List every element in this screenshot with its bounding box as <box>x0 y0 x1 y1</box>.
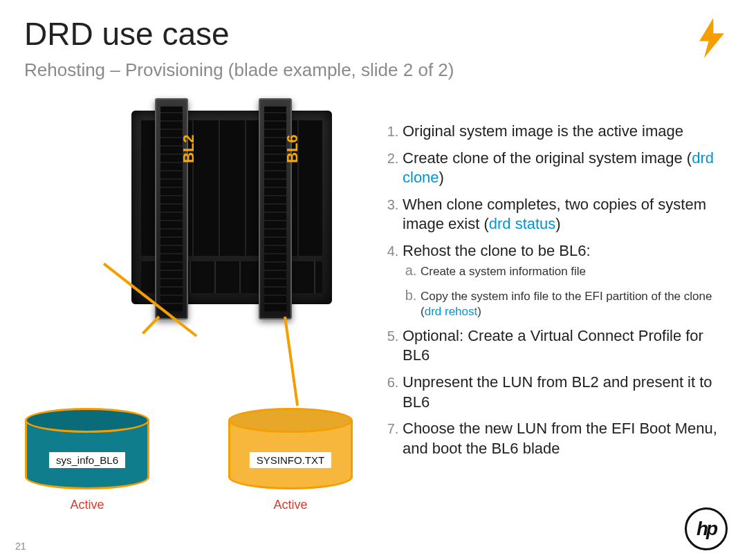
step-7: Choose the new LUN from the EFI Boot Men… <box>403 419 723 458</box>
disk-right-tag: SYSINFO.TXT <box>250 452 331 468</box>
step-2: Create clone of the original system imag… <box>403 149 723 188</box>
blade-bl6 <box>259 98 292 319</box>
disk-left-status: Active <box>25 498 149 512</box>
label-bl6: BL6 <box>284 134 302 163</box>
slide: DRD use case Rehosting – Provisioning (b… <box>0 0 747 560</box>
step-3: When clone completes, two copies of syst… <box>403 195 723 234</box>
hp-logo: hp <box>685 507 728 550</box>
disk-right-status: Active <box>228 498 353 512</box>
slide-subtitle: Rehosting – Provisioning (blade example,… <box>24 59 454 81</box>
blade-bl2 <box>155 98 188 319</box>
label-bl2: BL2 <box>180 134 198 163</box>
connector-line <box>142 316 160 335</box>
step-5: Optional: Create a Virtual Connect Profi… <box>403 326 723 366</box>
diagram: BL2 BL6 sys_info_BL6 Active SYSINFO.TXT … <box>21 111 374 539</box>
cmd-drd-rehost: drd rehost <box>425 305 478 318</box>
disk-right: SYSINFO.TXT Active <box>228 408 353 489</box>
disk-left-tag: sys_info_BL6 <box>49 452 125 468</box>
step-4b: Copy the system info file to the EFI par… <box>421 286 723 319</box>
cmd-drd-status: drd status <box>489 215 556 232</box>
step-6: Unpresent the LUN from BL2 and present i… <box>403 373 723 412</box>
steps-list: Original system image is the active imag… <box>385 122 723 465</box>
slide-title: DRD use case <box>24 15 230 53</box>
disk-left: sys_info_BL6 Active <box>25 408 149 489</box>
step-1: Original system image is the active imag… <box>403 122 723 142</box>
step-4a: Create a system information file <box>421 261 723 279</box>
page-number: 21 <box>15 541 26 552</box>
connector-line <box>284 317 299 406</box>
lightning-icon <box>696 18 728 58</box>
svg-marker-0 <box>699 18 724 58</box>
step-4: Rehost the clone to be BL6: Create a sys… <box>403 241 723 319</box>
